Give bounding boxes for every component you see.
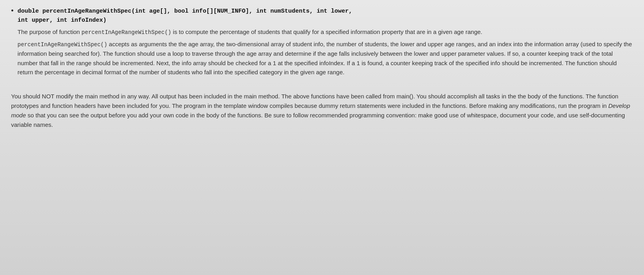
desc-paragraph-1: The purpose of function percentInAgeRang…: [17, 27, 633, 37]
bullet-dot: •: [11, 7, 13, 15]
main-text-part1: You should NOT modify the main method in…: [11, 93, 618, 109]
function-signature: double percentInAgeRangeWithSpec(int age…: [17, 7, 633, 25]
main-paragraph: You should NOT modify the main method in…: [11, 92, 633, 130]
signature-line1: double percentInAgeRangeWithSpec(int age…: [17, 8, 352, 15]
bullet-item: • double percentInAgeRangeWithSpec(int a…: [11, 7, 633, 79]
desc2-code: percentInAgeRangeWithSpec(): [17, 41, 107, 48]
desc2-text: accepts as arguments the the age array, …: [17, 41, 632, 75]
bullet-content: double percentInAgeRangeWithSpec(int age…: [17, 7, 633, 79]
description-block: The purpose of function percentInAgeRang…: [17, 27, 633, 77]
desc1-suffix: is to compute the percentage of students…: [171, 28, 482, 35]
desc1-prefix: The purpose of function: [17, 28, 81, 35]
bullet-section: • double percentInAgeRangeWithSpec(int a…: [11, 7, 633, 79]
main-text-part2: so that you can see the output before yo…: [11, 112, 625, 128]
signature-line2: int upper, int infoIndex): [17, 17, 106, 24]
desc-paragraph-2: percentInAgeRangeWithSpec() accepts as a…: [17, 40, 633, 77]
desc1-code: percentInAgeRangeWithSpec(): [81, 29, 171, 36]
